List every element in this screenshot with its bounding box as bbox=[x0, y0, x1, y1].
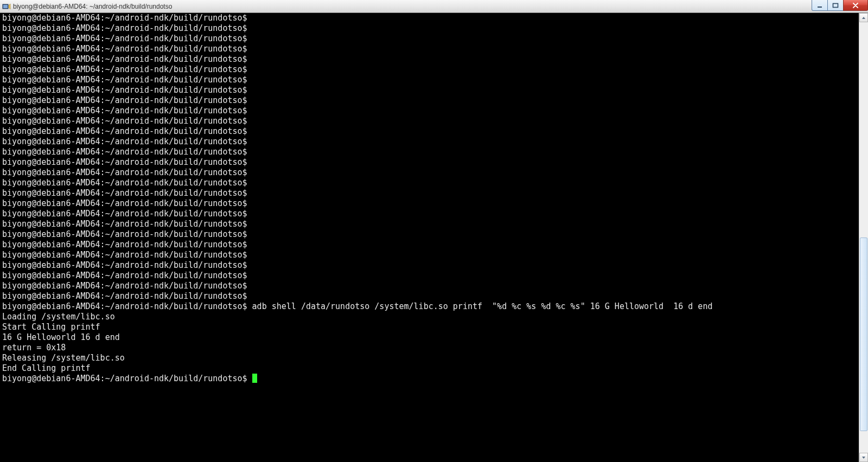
svg-rect-1 bbox=[3, 5, 8, 8]
output-line: Releasing /system/libc.so bbox=[2, 353, 857, 363]
prompt-line: biyong@debian6-AMD64:~/android-ndk/build… bbox=[2, 116, 857, 126]
svg-rect-3 bbox=[833, 3, 838, 7]
command-line: biyong@debian6-AMD64:~/android-ndk/build… bbox=[2, 301, 857, 312]
terminal-container: biyong@debian6-AMD64:~/android-ndk/build… bbox=[0, 13, 868, 462]
prompt-line: biyong@debian6-AMD64:~/android-ndk/build… bbox=[2, 291, 857, 301]
prompt-line: biyong@debian6-AMD64:~/android-ndk/build… bbox=[2, 34, 857, 44]
prompt-line: biyong@debian6-AMD64:~/android-ndk/build… bbox=[2, 85, 857, 95]
scrollbar[interactable] bbox=[859, 13, 868, 462]
prompt-line: biyong@debian6-AMD64:~/android-ndk/build… bbox=[2, 188, 857, 198]
output-line: Start Calling printf bbox=[2, 322, 857, 332]
terminal[interactable]: biyong@debian6-AMD64:~/android-ndk/build… bbox=[0, 13, 859, 462]
prompt-line: biyong@debian6-AMD64:~/android-ndk/build… bbox=[2, 250, 857, 260]
prompt-line: biyong@debian6-AMD64:~/android-ndk/build… bbox=[2, 260, 857, 271]
output-line: Loading /system/libc.so bbox=[2, 312, 857, 322]
prompt-line: biyong@debian6-AMD64:~/android-ndk/build… bbox=[2, 229, 857, 240]
prompt-line: biyong@debian6-AMD64:~/android-ndk/build… bbox=[2, 219, 857, 229]
close-button[interactable] bbox=[843, 0, 868, 11]
prompt-line: biyong@debian6-AMD64:~/android-ndk/build… bbox=[2, 65, 857, 75]
prompt-line: biyong@debian6-AMD64:~/android-ndk/build… bbox=[2, 75, 857, 85]
prompt-line: biyong@debian6-AMD64:~/android-ndk/build… bbox=[2, 23, 857, 34]
prompt-line: biyong@debian6-AMD64:~/android-ndk/build… bbox=[2, 95, 857, 106]
svg-rect-2 bbox=[818, 7, 822, 8]
prompt-line: biyong@debian6-AMD64:~/android-ndk/build… bbox=[2, 168, 857, 178]
prompt-line: biyong@debian6-AMD64:~/android-ndk/build… bbox=[2, 271, 857, 281]
prompt-line: biyong@debian6-AMD64:~/android-ndk/build… bbox=[2, 157, 857, 168]
scroll-track[interactable] bbox=[859, 22, 868, 453]
prompt-line: biyong@debian6-AMD64:~/android-ndk/build… bbox=[2, 126, 857, 137]
prompt-line: biyong@debian6-AMD64:~/android-ndk/build… bbox=[2, 106, 857, 116]
output-line: 16 G Helloworld 16 d end bbox=[2, 332, 857, 343]
scroll-up-button[interactable] bbox=[859, 13, 868, 22]
minimize-button[interactable] bbox=[812, 0, 828, 11]
prompt-line: biyong@debian6-AMD64:~/android-ndk/build… bbox=[2, 44, 857, 54]
cursor bbox=[252, 374, 257, 383]
output-line: End Calling printf bbox=[2, 363, 857, 374]
prompt-line: biyong@debian6-AMD64:~/android-ndk/build… bbox=[2, 240, 857, 250]
prompt-line: biyong@debian6-AMD64:~/android-ndk/build… bbox=[2, 147, 857, 157]
prompt-line: biyong@debian6-AMD64:~/android-ndk/build… bbox=[2, 137, 857, 147]
prompt-line: biyong@debian6-AMD64:~/android-ndk/build… bbox=[2, 54, 857, 65]
scroll-thumb[interactable] bbox=[860, 238, 867, 431]
prompt-line: biyong@debian6-AMD64:~/android-ndk/build… bbox=[2, 13, 857, 23]
current-prompt-line: biyong@debian6-AMD64:~/android-ndk/build… bbox=[2, 374, 857, 384]
prompt-line: biyong@debian6-AMD64:~/android-ndk/build… bbox=[2, 281, 857, 291]
window-controls bbox=[812, 0, 868, 12]
output-line: return = 0x18 bbox=[2, 343, 857, 353]
window-title: biyong@debian6-AMD64: ~/android-ndk/buil… bbox=[13, 3, 812, 10]
window-titlebar: biyong@debian6-AMD64: ~/android-ndk/buil… bbox=[0, 0, 868, 13]
maximize-button[interactable] bbox=[827, 0, 844, 11]
prompt-line: biyong@debian6-AMD64:~/android-ndk/build… bbox=[2, 178, 857, 188]
prompt-line: biyong@debian6-AMD64:~/android-ndk/build… bbox=[2, 209, 857, 219]
putty-icon bbox=[2, 2, 11, 11]
prompt-line: biyong@debian6-AMD64:~/android-ndk/build… bbox=[2, 198, 857, 209]
scroll-down-button[interactable] bbox=[859, 453, 868, 462]
